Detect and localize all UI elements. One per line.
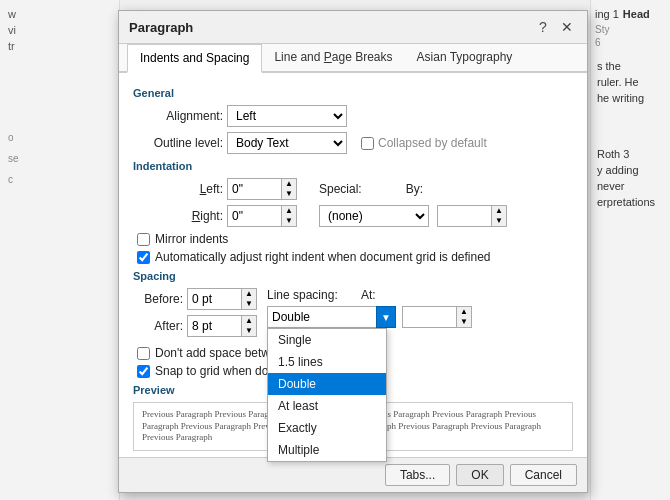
- option-1-5-lines[interactable]: 1.5 lines: [268, 351, 386, 373]
- tabs-button[interactable]: Tabs...: [385, 464, 450, 486]
- outline-label: Outline level:: [133, 136, 223, 150]
- sty-label: Sty: [595, 24, 666, 35]
- mirror-indents-row: Mirror indents: [133, 232, 573, 246]
- before-up[interactable]: ▲: [242, 289, 256, 299]
- dialog-title: Paragraph: [129, 20, 193, 35]
- by-input[interactable]: [437, 205, 492, 227]
- by-down[interactable]: ▼: [492, 216, 506, 226]
- spacing-section-label: Spacing: [133, 270, 573, 282]
- indent-right-row: Right: ▲ ▼ (none) First line Hanging ▲ ▼: [133, 205, 573, 227]
- option-double[interactable]: Double: [268, 373, 386, 395]
- dialog-content: General Alignment: Left Center Right Jus…: [119, 73, 587, 457]
- tab-indents-spacing[interactable]: Indents and Spacing: [127, 44, 262, 73]
- spacing-outer: Before: ▲ ▼ After: ▲: [133, 288, 573, 342]
- indent-right-input[interactable]: [227, 205, 282, 227]
- word-text-4: Roth 3: [595, 146, 666, 162]
- titlebar-actions: ? ✕: [533, 17, 577, 37]
- word-text-2: ruler. He: [595, 74, 666, 90]
- mirror-indents-label: Mirror indents: [155, 232, 228, 246]
- dialog-tabs: Indents and Spacing Line and Page Breaks…: [119, 44, 587, 73]
- by-label: By:: [406, 182, 423, 196]
- collapsed-checkbox[interactable]: [361, 137, 374, 150]
- ruler-val: 6: [595, 37, 666, 48]
- before-label: Before:: [133, 292, 183, 306]
- line-spacing-display: Double: [267, 306, 377, 328]
- indent-left-down[interactable]: ▼: [282, 189, 296, 199]
- paragraph-dialog: Paragraph ? ✕ Indents and Spacing Line a…: [118, 10, 588, 493]
- auto-adjust-checkbox[interactable]: [137, 251, 150, 264]
- style-heading-label: Head: [623, 8, 650, 20]
- after-input[interactable]: [187, 315, 242, 337]
- at-down[interactable]: ▼: [457, 317, 471, 327]
- after-up[interactable]: ▲: [242, 316, 256, 326]
- line-spacing-dropdown: Single 1.5 lines Double At least Exactly…: [267, 328, 387, 462]
- indent-right-spinner: ▲ ▼: [227, 205, 297, 227]
- option-multiple[interactable]: Multiple: [268, 439, 386, 461]
- indent-right-up[interactable]: ▲: [282, 206, 296, 216]
- before-input[interactable]: [187, 288, 242, 310]
- indentation-section-label: Indentation: [133, 160, 573, 172]
- line-spacing-value: Double: [272, 310, 310, 324]
- word-background-left: w vi tr o se c: [0, 0, 120, 500]
- indent-left-spinner: ▲ ▼: [227, 178, 297, 200]
- alignment-label: Alignment:: [133, 109, 223, 123]
- indent-right-down[interactable]: ▼: [282, 216, 296, 226]
- indent-right-label: Right:: [133, 209, 223, 223]
- tab-asian-typography[interactable]: Asian Typography: [405, 44, 525, 73]
- style-normal-label: ing 1: [595, 8, 619, 20]
- auto-adjust-label: Automatically adjust right indent when d…: [155, 250, 491, 264]
- after-label: After:: [133, 319, 183, 333]
- special-select[interactable]: (none) First line Hanging: [319, 205, 429, 227]
- indent-left-row: Left: ▲ ▼ Special: By:: [133, 178, 573, 200]
- word-text-5: y adding: [595, 162, 666, 178]
- dialog-titlebar: Paragraph ? ✕: [119, 11, 587, 44]
- after-spinner: ▲ ▼: [187, 315, 257, 337]
- outline-select[interactable]: Body Text Level 1 Level 2: [227, 132, 347, 154]
- at-input[interactable]: [402, 306, 457, 328]
- at-label-header: At:: [361, 288, 376, 302]
- spacing-left-col: Before: ▲ ▼ After: ▲: [133, 288, 257, 342]
- outline-row: Outline level: Body Text Level 1 Level 2…: [133, 132, 573, 154]
- indent-left-input[interactable]: [227, 178, 282, 200]
- after-down[interactable]: ▼: [242, 326, 256, 336]
- collapsed-label: Collapsed by default: [378, 136, 487, 150]
- line-spacing-row: Double ▼ ▲ ▼ Single 1.5 lines D: [267, 306, 472, 328]
- word-background-right: ing 1 Head Sty 6 s the ruler. He he writ…: [590, 0, 670, 500]
- cancel-button[interactable]: Cancel: [510, 464, 577, 486]
- help-button[interactable]: ?: [533, 17, 553, 37]
- tab-line-page-breaks[interactable]: Line and Page Breaks: [262, 44, 404, 73]
- special-label: Special:: [319, 182, 362, 196]
- indent-left-label: Left:: [133, 182, 223, 196]
- by-spinner: ▲ ▼: [437, 205, 507, 227]
- word-text-3: he writing: [595, 90, 666, 106]
- word-text-1: s the: [595, 58, 666, 74]
- indent-left-up[interactable]: ▲: [282, 179, 296, 189]
- option-at-least[interactable]: At least: [268, 395, 386, 417]
- mirror-indents-checkbox[interactable]: [137, 233, 150, 246]
- dialog-footer: Tabs... OK Cancel: [119, 457, 587, 492]
- at-spinner: ▲ ▼: [402, 306, 472, 328]
- line-spacing-dropdown-btn[interactable]: ▼: [376, 306, 396, 328]
- dont-add-space-checkbox[interactable]: [137, 347, 150, 360]
- line-spacing-label: Line spacing:: [267, 288, 347, 302]
- auto-adjust-row: Automatically adjust right indent when d…: [133, 250, 573, 264]
- spacing-right-col: Line spacing: At: Double ▼ ▲ ▼: [267, 288, 472, 328]
- alignment-row: Alignment: Left Center Right Justify: [133, 105, 573, 127]
- word-text-7: erpretations: [595, 194, 666, 210]
- before-down[interactable]: ▼: [242, 299, 256, 309]
- before-row: Before: ▲ ▼: [133, 288, 257, 310]
- after-row: After: ▲ ▼: [133, 315, 257, 337]
- word-text-6: never: [595, 178, 666, 194]
- general-section-label: General: [133, 87, 573, 99]
- before-spinner: ▲ ▼: [187, 288, 257, 310]
- option-exactly[interactable]: Exactly: [268, 417, 386, 439]
- ok-button[interactable]: OK: [456, 464, 503, 486]
- close-button[interactable]: ✕: [557, 17, 577, 37]
- snap-to-grid-checkbox[interactable]: [137, 365, 150, 378]
- at-up[interactable]: ▲: [457, 307, 471, 317]
- alignment-select[interactable]: Left Center Right Justify: [227, 105, 347, 127]
- by-up[interactable]: ▲: [492, 206, 506, 216]
- option-single[interactable]: Single: [268, 329, 386, 351]
